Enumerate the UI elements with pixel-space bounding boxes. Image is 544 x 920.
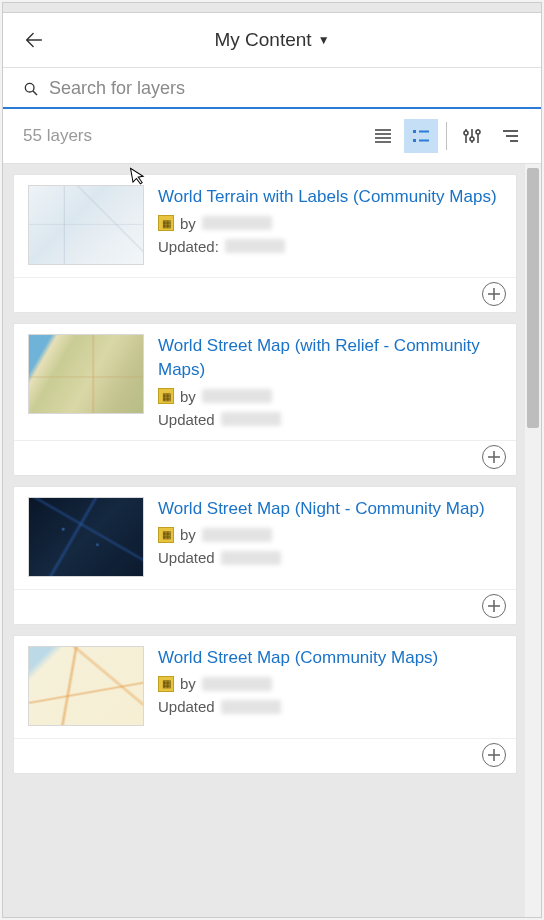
result-info: World Terrain with Labels (Community Map… xyxy=(158,185,502,265)
results-list[interactable]: World Terrain with Labels (Community Map… xyxy=(3,164,525,917)
by-label: by xyxy=(180,526,196,543)
layer-browser-panel: My Content ▼ 55 layers xyxy=(2,2,542,918)
result-card: World Street Map (Night - Community Map)… xyxy=(13,486,517,625)
panel-header: My Content ▼ xyxy=(3,13,541,68)
result-byline: ▦by xyxy=(158,675,502,692)
result-thumbnail[interactable] xyxy=(28,646,144,726)
by-label: by xyxy=(180,215,196,232)
panel-top-bar xyxy=(3,3,541,13)
svg-point-0 xyxy=(25,83,34,92)
list-compact-icon xyxy=(373,127,393,145)
plus-icon xyxy=(487,287,501,301)
result-author[interactable] xyxy=(202,216,272,230)
plus-icon xyxy=(487,599,501,613)
svg-line-1 xyxy=(33,91,37,95)
by-label: by xyxy=(180,675,196,692)
scrollbar[interactable] xyxy=(525,164,541,917)
result-card: World Terrain with Labels (Community Map… xyxy=(13,174,517,313)
result-updated: Updated xyxy=(158,698,502,715)
result-byline: ▦by xyxy=(158,388,502,405)
result-byline: ▦by xyxy=(158,215,502,232)
result-card-body: World Terrain with Labels (Community Map… xyxy=(14,175,516,277)
result-updated: Updated: xyxy=(158,238,502,255)
result-card-footer xyxy=(14,738,516,773)
result-info: World Street Map (Community Maps)▦byUpda… xyxy=(158,646,502,726)
sort-icon xyxy=(500,127,520,145)
result-author[interactable] xyxy=(202,677,272,691)
result-author[interactable] xyxy=(202,389,272,403)
updated-date xyxy=(221,412,281,426)
filter-button[interactable] xyxy=(455,119,489,153)
add-layer-button[interactable] xyxy=(482,282,506,306)
result-title-link[interactable]: World Terrain with Labels (Community Map… xyxy=(158,185,502,209)
arrow-left-icon xyxy=(23,29,45,51)
search-icon xyxy=(23,81,39,97)
results-area: World Terrain with Labels (Community Map… xyxy=(3,164,541,917)
sort-button[interactable] xyxy=(493,119,527,153)
updated-label: Updated xyxy=(158,411,215,428)
result-card-footer xyxy=(14,440,516,475)
item-type-icon: ▦ xyxy=(158,215,174,231)
result-info: World Street Map (Night - Community Map)… xyxy=(158,497,502,577)
svg-point-15 xyxy=(476,130,480,134)
add-layer-button[interactable] xyxy=(482,743,506,767)
add-layer-button[interactable] xyxy=(482,594,506,618)
result-card-footer xyxy=(14,277,516,312)
result-thumbnail[interactable] xyxy=(28,497,144,577)
chevron-down-icon: ▼ xyxy=(318,33,330,47)
item-type-icon: ▦ xyxy=(158,388,174,404)
result-title-link[interactable]: World Street Map (Night - Community Map) xyxy=(158,497,502,521)
updated-date xyxy=(221,700,281,714)
result-thumbnail[interactable] xyxy=(28,185,144,265)
result-info: World Street Map (with Relief - Communit… xyxy=(158,334,502,428)
result-thumbnail[interactable] xyxy=(28,334,144,414)
result-card: World Street Map (Community Maps)▦byUpda… xyxy=(13,635,517,774)
item-type-icon: ▦ xyxy=(158,527,174,543)
add-layer-button[interactable] xyxy=(482,445,506,469)
list-view-compact-button[interactable] xyxy=(366,119,400,153)
updated-date xyxy=(221,551,281,565)
svg-rect-8 xyxy=(413,139,416,142)
svg-point-13 xyxy=(470,137,474,141)
result-updated: Updated xyxy=(158,549,502,566)
plus-icon xyxy=(487,450,501,464)
updated-label: Updated xyxy=(158,549,215,566)
list-view-detailed-button[interactable] xyxy=(404,119,438,153)
by-label: by xyxy=(180,388,196,405)
sliders-icon xyxy=(462,126,482,146)
updated-date xyxy=(225,239,285,253)
result-byline: ▦by xyxy=(158,526,502,543)
updated-label: Updated xyxy=(158,698,215,715)
content-scope-label: My Content xyxy=(214,29,311,51)
svg-rect-6 xyxy=(413,130,416,133)
search-input[interactable] xyxy=(49,78,521,99)
svg-point-11 xyxy=(464,131,468,135)
item-type-icon: ▦ xyxy=(158,676,174,692)
back-button[interactable] xyxy=(23,29,45,51)
result-card-body: World Street Map (with Relief - Communit… xyxy=(14,324,516,440)
plus-icon xyxy=(487,748,501,762)
result-updated: Updated xyxy=(158,411,502,428)
content-scope-dropdown[interactable]: My Content ▼ xyxy=(214,29,329,51)
toolbar-divider xyxy=(446,122,447,150)
updated-label: Updated: xyxy=(158,238,219,255)
results-toolbar: 55 layers xyxy=(3,109,541,164)
result-card-footer xyxy=(14,589,516,624)
list-detailed-icon xyxy=(411,127,431,145)
result-card: World Street Map (with Relief - Communit… xyxy=(13,323,517,476)
result-card-body: World Street Map (Night - Community Map)… xyxy=(14,487,516,589)
result-author[interactable] xyxy=(202,528,272,542)
results-count: 55 layers xyxy=(23,126,92,146)
result-card-body: World Street Map (Community Maps)▦byUpda… xyxy=(14,636,516,738)
scrollbar-thumb[interactable] xyxy=(527,168,539,428)
result-title-link[interactable]: World Street Map (with Relief - Communit… xyxy=(158,334,502,382)
search-bar xyxy=(3,68,541,109)
result-title-link[interactable]: World Street Map (Community Maps) xyxy=(158,646,502,670)
